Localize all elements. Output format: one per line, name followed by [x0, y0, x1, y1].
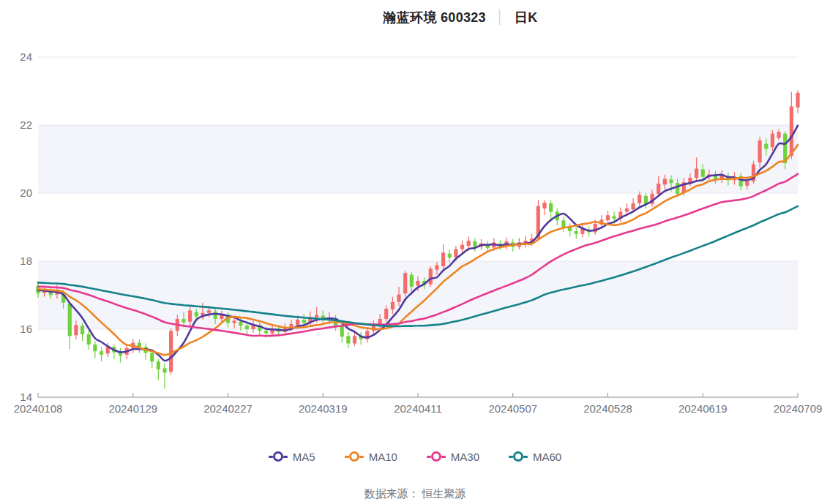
candle[interactable]: [467, 241, 471, 246]
candle[interactable]: [264, 331, 268, 333]
candle[interactable]: [391, 302, 395, 309]
ma10-line-stub-icon: [345, 456, 349, 458]
candle[interactable]: [162, 368, 166, 372]
candle[interactable]: [410, 275, 414, 287]
candle[interactable]: [182, 319, 185, 323]
candle[interactable]: [74, 325, 78, 335]
candle[interactable]: [207, 310, 211, 312]
x-axis-label: 20240709: [774, 402, 823, 415]
x-axis-label: 20240129: [108, 402, 157, 415]
candle[interactable]: [188, 310, 192, 321]
candle[interactable]: [353, 336, 356, 343]
legend-label: MA30: [451, 451, 479, 463]
candle[interactable]: [100, 351, 103, 355]
candle[interactable]: [157, 361, 160, 369]
candle[interactable]: [346, 336, 350, 343]
chart-legend: MA5 MA10 MA30 MA60: [0, 447, 830, 466]
legend-label: MA60: [533, 451, 561, 463]
candle[interactable]: [403, 273, 407, 293]
candle[interactable]: [561, 220, 565, 227]
candle[interactable]: [701, 169, 705, 176]
candle[interactable]: [542, 203, 546, 208]
candle[interactable]: [764, 144, 768, 149]
candle[interactable]: [169, 331, 173, 372]
candle[interactable]: [657, 184, 660, 194]
y-axis-label: 14: [20, 391, 32, 403]
candle[interactable]: [771, 134, 774, 148]
y-axis-label: 16: [20, 323, 32, 335]
ma5-line-stub-icon: [283, 456, 288, 458]
candle[interactable]: [632, 203, 635, 209]
ma30-line-stub-icon: [427, 456, 431, 458]
candle[interactable]: [575, 231, 578, 234]
ma60-line-stub-icon: [523, 456, 528, 458]
stock-chart-page: 瀚蓝环境 600323 │ 日K 20240108202401292024022…: [0, 0, 830, 504]
candle[interactable]: [454, 249, 457, 257]
x-axis-label: 20240411: [394, 402, 442, 415]
ma10-legend-icon: [349, 451, 359, 462]
ma30-legend-icon: [431, 451, 441, 462]
candle[interactable]: [663, 178, 667, 184]
candle[interactable]: [384, 309, 388, 319]
candlestick-chart[interactable]: 2024010820240129202402272024031920240411…: [0, 0, 830, 439]
candle[interactable]: [150, 353, 154, 362]
candle[interactable]: [676, 183, 679, 194]
candle[interactable]: [625, 208, 629, 212]
candle[interactable]: [695, 169, 698, 178]
ma5-line-stub-icon: [269, 456, 273, 458]
x-axis-label: 20240528: [583, 402, 632, 415]
candle[interactable]: [606, 215, 610, 220]
candle[interactable]: [340, 326, 344, 336]
y-axis-label: 18: [20, 255, 32, 267]
candle[interactable]: [549, 203, 553, 212]
candle[interactable]: [638, 195, 641, 203]
ma10-line-stub-icon: [359, 456, 364, 458]
candle[interactable]: [429, 268, 433, 284]
y-axis-label: 20: [20, 187, 32, 199]
legend-item-ma10[interactable]: MA10: [345, 451, 397, 463]
y-axis-label: 22: [20, 119, 32, 131]
candle[interactable]: [214, 312, 217, 319]
legend-label: MA5: [293, 451, 315, 463]
candle[interactable]: [239, 322, 242, 326]
x-axis-label: 20240507: [488, 402, 537, 415]
candle[interactable]: [245, 326, 249, 329]
candle[interactable]: [669, 179, 673, 183]
candle[interactable]: [441, 252, 445, 266]
candle[interactable]: [315, 315, 318, 317]
candle[interactable]: [613, 217, 616, 219]
candle[interactable]: [81, 326, 84, 334]
candle[interactable]: [296, 320, 299, 325]
candle[interactable]: [195, 312, 198, 317]
ma30-line-stub-icon: [441, 456, 446, 458]
candle[interactable]: [68, 304, 72, 336]
candle[interactable]: [777, 132, 780, 138]
x-axis-label: 20240227: [203, 402, 253, 415]
candle[interactable]: [758, 140, 762, 162]
candle[interactable]: [796, 93, 799, 108]
data-source-note: 数据来源： 恒生聚源: [0, 487, 830, 501]
ma5-legend-icon: [273, 451, 283, 462]
candle[interactable]: [745, 181, 749, 186]
candle[interactable]: [397, 295, 400, 302]
candle[interactable]: [93, 345, 97, 351]
legend-item-ma30[interactable]: MA30: [427, 451, 479, 463]
legend-item-ma5[interactable]: MA5: [269, 451, 315, 463]
x-axis-label: 20240319: [299, 402, 348, 415]
y-axis-label: 24: [20, 50, 32, 63]
candle[interactable]: [302, 320, 306, 323]
candle[interactable]: [790, 106, 793, 155]
candle[interactable]: [233, 320, 236, 323]
candle[interactable]: [416, 281, 419, 286]
candle[interactable]: [87, 334, 91, 345]
candle[interactable]: [448, 254, 452, 258]
ma60-legend-icon: [513, 451, 523, 462]
legend-item-ma60[interactable]: MA60: [509, 451, 561, 463]
x-axis-label: 20240108: [14, 402, 63, 415]
candle[interactable]: [473, 241, 476, 247]
legend-label: MA10: [369, 451, 397, 463]
candle[interactable]: [435, 266, 438, 270]
candle[interactable]: [460, 245, 464, 249]
x-axis-label: 20240619: [678, 402, 728, 415]
